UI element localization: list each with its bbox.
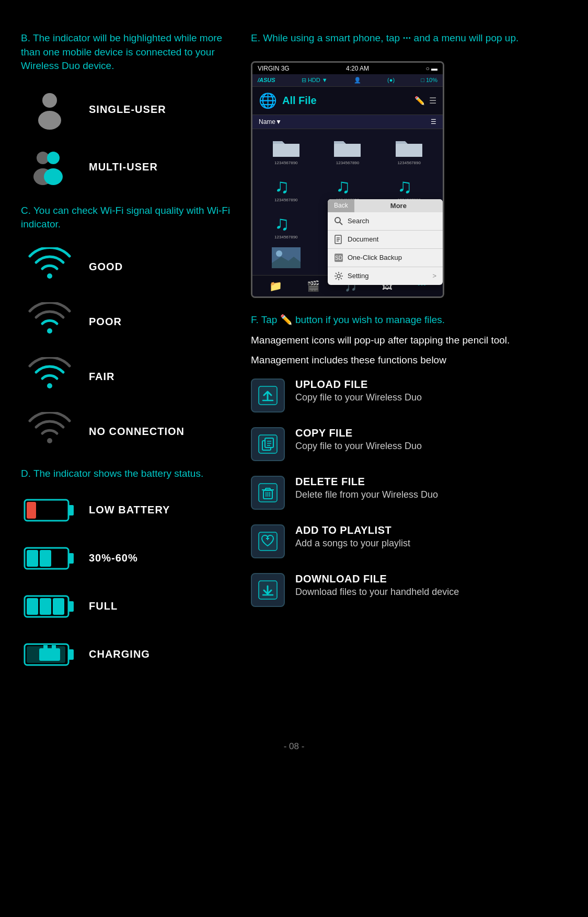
svg-rect-30 [396,144,422,157]
section-f-body2: Management includes these functions belo… [251,353,567,368]
setting-icon [334,271,343,281]
phone-user-icon: 👤 [354,77,361,84]
svg-rect-12 [27,502,36,519]
svg-text:♫: ♫ [397,175,412,197]
wifi-good-label: GOOD [89,261,123,273]
battery-mid-row: 30%-60% [21,545,235,572]
wifi-good-icon-box [21,247,78,286]
music-icon-4: ♫ [272,210,301,234]
phone-file-folder-3: 1234567890 [379,133,439,168]
image-icon-1 [272,247,301,268]
svg-rect-26 [43,645,48,649]
upload-file-icon [256,384,280,407]
phone-storage: ⊟ HDD ▼ [302,77,328,84]
download-title: DOWNLOAD FILE [295,573,459,585]
wifi-poor-icon-box [21,302,78,341]
playlist-text-box: ADD TO PLAYLIST Add a songs to your play… [295,524,410,549]
phone-app-header: 🌐 All File ✏️ ☰ [252,87,443,115]
section-f-body1: Management icons will pop-up after tappi… [251,333,567,348]
copy-desc: Copy file to your Wireless Duo [295,441,422,452]
popup-item-search[interactable]: Search [328,212,443,231]
copy-text-box: COPY FILE Copy file to your Wireless Duo [295,427,422,452]
phone-file-music-label-1: 1234567890 [274,198,298,202]
section-e-title: E. While using a smart phone, tap ··· an… [251,31,567,45]
wifi-none-row: NO CONNECTION [21,412,235,451]
battery-full-label: FULL [89,600,118,612]
ellipsis-icon: ··· [402,32,411,43]
wifi-poor-row: POOR [21,302,235,341]
svg-rect-29 [334,144,361,157]
popup-item-backup[interactable]: SD One-Click Backup [328,249,443,267]
func-item-upload: UPLOAD FILE Copy file to your Wireless D… [251,379,567,412]
svg-rect-15 [27,550,38,567]
svg-point-5 [44,168,63,185]
battery-charging-icon [24,641,76,668]
popup-header: Back More [328,199,443,212]
single-user-row: SINGLE-USER [21,89,235,131]
svg-point-0 [42,93,57,108]
folder-icon-3 [395,136,423,159]
svg-line-42 [340,222,342,225]
phone-file-image-1 [257,245,316,271]
left-column: B. The indicator will be highlighted whi… [21,31,246,689]
multi-user-icon [26,146,73,188]
single-user-label: SINGLE-USER [89,104,166,116]
popup-item-setting[interactable]: Setting > [328,267,443,285]
function-list: UPLOAD FILE Copy file to your Wireless D… [251,379,567,607]
upload-icon-box [251,379,285,412]
document-icon [334,235,343,244]
folder-icon-2 [333,136,362,159]
music-icon-3: ♫ [395,173,423,197]
multi-user-row: MULTI-USER [21,146,235,188]
multi-user-label: MULTI-USER [89,161,158,173]
svg-text:SD: SD [335,255,342,261]
svg-rect-25 [39,648,60,661]
delete-file-icon [256,481,280,505]
battery-low-label: LOW BATTERY [89,504,170,516]
wifi-fair-icon-box [21,357,78,396]
wifi-none-icon-box [21,412,78,451]
phone-time: 4:20 AM [346,65,369,72]
section-e-text2: and a menu will pop up. [414,32,519,43]
list-icon[interactable]: ☰ [429,96,436,106]
phone-brand: /ASUS [258,77,275,83]
edit-icon[interactable]: ✏️ [414,96,425,106]
phone-file-label-1: 1234567890 [274,161,298,165]
svg-point-8 [47,383,52,388]
section-c-title: C. You can check Wi-Fi signal quality wi… [21,204,235,232]
popup-item-document[interactable]: Document [328,231,443,249]
wifi-fair-row: FAIR [21,357,235,396]
download-desc: Download files to your handheld device [295,587,459,598]
popup-back-button[interactable]: Back [328,199,354,212]
delete-title: DELETE FILE [295,476,438,488]
func-item-playlist: ADD TO PLAYLIST Add a songs to your play… [251,524,567,558]
download-text-box: DOWNLOAD FILE Download files to your han… [295,573,459,598]
battery-low-row: LOW BATTERY [21,497,235,524]
popup-arrow: > [432,272,436,280]
section-f-text2: button if you wish to manage files. [295,314,445,325]
section-d-title: D. The indicator shows the battery statu… [21,467,235,481]
nav-video-icon[interactable]: 🎬 [307,280,320,292]
nav-folder-icon[interactable]: 📁 [269,280,282,292]
phone-nav-bar: /ASUS ⊟ HDD ▼ 👤 (●) □ 10% [252,74,443,87]
phone-sub-bar: Name ▼ ☰ [252,115,443,129]
svg-point-6 [47,273,52,279]
popup-more-title: More [354,199,443,212]
svg-text:♫: ♫ [336,175,351,197]
playlist-title: ADD TO PLAYLIST [295,524,410,536]
backup-icon: SD [334,253,343,262]
battery-full-icon [24,593,76,620]
svg-point-1 [38,111,61,130]
pencil-icon: ✏️ [280,314,295,325]
phone-battery-nav: □ 10% [421,77,437,83]
wifi-good-icon [26,247,73,286]
single-user-icon-box [21,89,78,131]
delete-desc: Delete file from your Wireless Duo [295,489,438,500]
multi-user-icon-box [21,146,78,188]
svg-rect-18 [68,601,74,612]
music-icon-1: ♫ [272,173,301,197]
phone-content-area: 1234567890 1234567890 [252,129,443,275]
func-item-delete: DELETE FILE Delete file from your Wirele… [251,476,567,510]
wifi-poor-icon [26,302,73,341]
copy-title: COPY FILE [295,427,422,439]
